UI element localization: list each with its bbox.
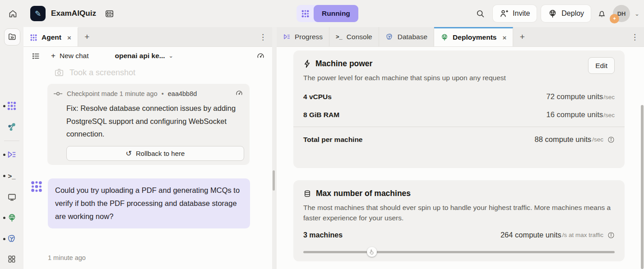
- rail-item-database[interactable]: [0, 232, 23, 246]
- total-unit: /sec: [592, 136, 603, 143]
- machine-power-title: Machine power: [315, 59, 372, 68]
- rail-item-webview[interactable]: [0, 190, 23, 204]
- chat-selector-label: openai api ke...: [115, 52, 165, 60]
- info-icon[interactable]: [607, 232, 615, 239]
- left-tab-menu-icon[interactable]: ⋮: [259, 27, 267, 47]
- machine-power-description: The power level for each machine that sp…: [303, 73, 615, 83]
- hand-cursor-icon: [369, 249, 375, 255]
- invite-button[interactable]: Invite: [493, 5, 537, 22]
- tab-console[interactable]: >_ Console: [329, 27, 379, 46]
- chat-selector[interactable]: openai api ke... ⌄: [115, 52, 173, 60]
- agent-panel: Agent × + ⋮ + New chat openai api ke... …: [23, 27, 272, 269]
- tool-rail: >_: [0, 27, 23, 269]
- agent-icon: [7, 101, 17, 111]
- checkpoint-hash: eaa4bb8d: [168, 90, 197, 97]
- message-timestamp: 1 minute ago: [48, 254, 86, 261]
- screenshot-note-label: Took a screenshot: [69, 68, 135, 78]
- max-machines-description: The most machines that should ever spin …: [303, 202, 615, 223]
- ram-label: 8 GiB RAM: [303, 111, 339, 119]
- total-row: Total per machine 88 compute units/sec: [303, 135, 615, 144]
- tab-deployments-label: Deployments: [453, 33, 496, 41]
- unread-dot: [3, 238, 5, 240]
- rail-divider: [4, 141, 19, 141]
- tab-database-label: Database: [398, 33, 427, 41]
- deploy-label: Deploy: [561, 9, 584, 18]
- cpu-label: 4 vCPUs: [303, 93, 332, 101]
- ram-unit: /sec: [603, 112, 615, 119]
- agent-dots-icon: [297, 9, 314, 18]
- rail-item-console[interactable]: >_: [0, 169, 23, 182]
- tab-agent[interactable]: Agent ×: [23, 27, 78, 46]
- new-tab-button[interactable]: +: [78, 27, 96, 46]
- new-chat-label: New chat: [60, 52, 89, 60]
- account-menu[interactable]: DH ✦: [613, 5, 630, 22]
- progress-icon: [7, 150, 17, 160]
- new-chat-button[interactable]: + New chat: [51, 51, 89, 60]
- checkpoint-card: Checkpoint made 1 minute ago • eaa4bb8d …: [47, 84, 250, 165]
- chat-history-icon[interactable]: [32, 52, 40, 60]
- agent-message-bubble: Could you try uploading a PDF and genera…: [48, 178, 250, 228]
- run-status-control[interactable]: Running: [297, 5, 358, 22]
- search-button[interactable]: [472, 5, 488, 22]
- rail-item-progress[interactable]: [0, 148, 23, 161]
- panel-splitter[interactable]: [272, 27, 277, 269]
- unread-dot: [3, 217, 5, 219]
- app-logo[interactable]: ✎: [30, 6, 46, 21]
- slider-thumb[interactable]: [367, 247, 377, 257]
- checkpoint-title: Checkpoint made 1 minute ago: [67, 90, 158, 97]
- checkpoint-icon: [54, 91, 63, 96]
- rail-item-deployments[interactable]: [0, 211, 23, 224]
- vertical-scrollbar[interactable]: [641, 105, 644, 269]
- edit-button[interactable]: Edit: [588, 57, 615, 74]
- max-machines-card: Max number of machines The most machines…: [293, 180, 625, 261]
- close-icon[interactable]: ×: [67, 34, 71, 41]
- tab-database[interactable]: Database: [379, 27, 434, 46]
- status-badge[interactable]: Running: [314, 5, 358, 22]
- machines-count-label: 3 machines: [303, 231, 343, 239]
- console-prompt-icon: >_: [8, 172, 15, 180]
- slider-track[interactable]: [303, 251, 615, 253]
- rail-item-agent[interactable]: [0, 99, 23, 113]
- right-tab-menu-icon[interactable]: ⋮: [631, 27, 639, 47]
- deploy-button[interactable]: Deploy: [541, 5, 591, 22]
- tab-console-label: Console: [347, 33, 372, 41]
- rail-item-all-tools[interactable]: [0, 252, 23, 266]
- checkpoint-gauge-icon[interactable]: [235, 89, 243, 97]
- agent-avatar-icon: [30, 180, 43, 193]
- right-tabstrip: Progress >_ Console Database Deployments…: [277, 27, 644, 47]
- bullet-separator: •: [162, 90, 164, 97]
- monitor-icon: [7, 192, 17, 202]
- machines-row: 3 machines 264 compute units/s at max tr…: [303, 231, 615, 239]
- app-title: ExamAIQuiz: [51, 9, 96, 18]
- tab-agent-label: Agent: [42, 33, 61, 41]
- info-icon[interactable]: [607, 136, 615, 143]
- pencil-icon: ✎: [35, 9, 41, 18]
- splitter-scrollbar[interactable]: [273, 170, 275, 191]
- tab-progress[interactable]: Progress: [277, 27, 329, 46]
- close-icon[interactable]: ×: [502, 34, 506, 41]
- rollback-label: Rollback to here: [136, 150, 185, 157]
- database-tab-icon: [385, 33, 394, 41]
- tab-deployments[interactable]: Deployments ×: [434, 27, 513, 46]
- grid-icon: [7, 255, 16, 264]
- rollback-icon: ↺: [126, 149, 132, 158]
- file-tree-toggle[interactable]: [4, 28, 20, 46]
- usage-gauge-icon[interactable]: [256, 47, 265, 65]
- unread-dot: [3, 105, 5, 107]
- machines-slider[interactable]: [303, 247, 615, 257]
- deployments-icon: [7, 213, 17, 223]
- total-value: 88 compute units: [535, 135, 592, 144]
- cpu-value: 72 compute units: [547, 92, 603, 101]
- notifications-button[interactable]: [597, 9, 607, 18]
- home-icon: [8, 9, 18, 18]
- checkpoint-message: Fix: Resolve database connection issues …: [66, 102, 240, 141]
- rail-item-workflows[interactable]: [0, 120, 23, 133]
- machine-power-card: Machine power Edit The power level for e…: [293, 50, 625, 168]
- project-panels-icon[interactable]: [104, 9, 115, 19]
- new-tab-button[interactable]: +: [513, 27, 531, 46]
- total-label: Total per machine: [303, 136, 363, 144]
- home-button[interactable]: [5, 6, 20, 21]
- postgresql-icon: [7, 234, 17, 244]
- rollback-button[interactable]: ↺ Rollback to here: [66, 146, 244, 161]
- account-chevron-down-icon[interactable]: ⌄: [635, 10, 639, 17]
